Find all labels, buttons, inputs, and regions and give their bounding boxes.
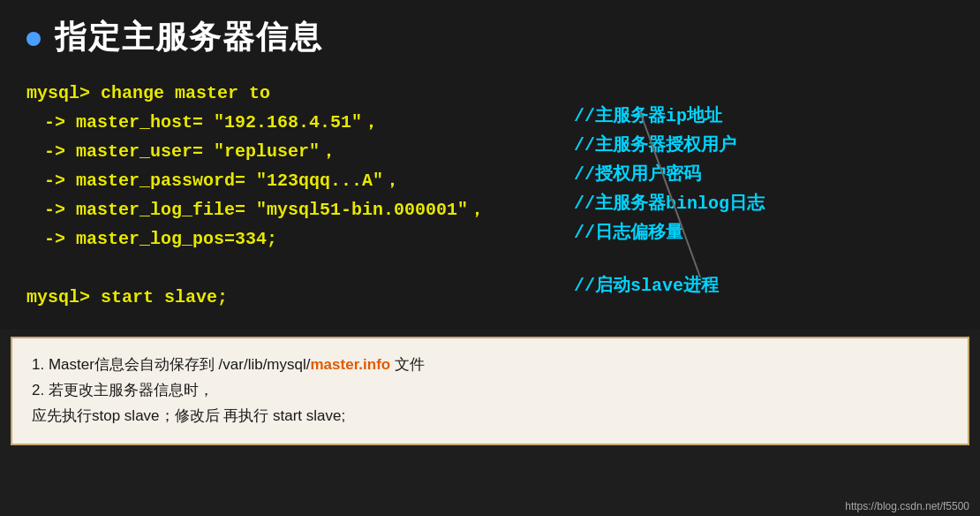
code-line-4: -> master_password= "123qqq...A"，: [26, 166, 574, 195]
info-line-3: 应先执行stop slave；修改后 再执行 start slave;: [32, 404, 948, 429]
info-line-1-highlight: master.info: [311, 356, 391, 373]
comment-4: //主服务器binlog日志: [574, 189, 954, 218]
code-line-1: mysql> change master to: [26, 79, 574, 108]
comment-2: //主服务器授权用户: [574, 131, 954, 160]
code-line-blank: [26, 254, 574, 283]
info-line-1: 1. Master信息会自动保存到 /var/lib/mysql/master.…: [32, 353, 948, 378]
watermark: https://blog.csdn.net/f5500: [845, 500, 969, 512]
title-row: 指定主服务器信息: [26, 16, 954, 59]
code-line-2: -> master_host= "192.168.4.51"，: [26, 108, 574, 137]
code-line-3: -> master_user= "repluser"，: [26, 137, 574, 166]
code-block: mysql> change master to -> master_host= …: [26, 79, 954, 312]
info-box: 1. Master信息会自动保存到 /var/lib/mysql/master.…: [11, 337, 969, 445]
top-section: 指定主服务器信息 mysql> change master to -> mast…: [0, 0, 980, 330]
comment-1: //主服务器ip地址: [574, 102, 954, 131]
code-right-column: //主服务器ip地址 //主服务器授权用户 //授权用户密码 //主服务器bin…: [574, 79, 954, 300]
info-line-1-pre: 1. Master信息会自动保存到 /var/lib/mysql/: [32, 356, 311, 373]
code-line-5: -> master_log_file= "mysql51-bin.000001"…: [26, 195, 574, 224]
info-line-1-post: 文件: [390, 356, 425, 373]
code-left-column: mysql> change master to -> master_host= …: [26, 79, 574, 312]
comment-3: //授权用户密码: [574, 160, 954, 189]
page-container: 指定主服务器信息 mysql> change master to -> mast…: [0, 0, 980, 516]
code-line-8: mysql> start slave;: [26, 283, 574, 312]
code-line-6: -> master_log_pos=334;: [26, 224, 574, 254]
bullet-point: [26, 32, 41, 46]
comment-7: //启动slave进程: [574, 271, 954, 300]
section-title: 指定主服务器信息: [55, 16, 323, 59]
comment-5: //日志偏移量: [574, 218, 954, 247]
info-line-2: 2. 若更改主服务器信息时，: [32, 378, 948, 404]
